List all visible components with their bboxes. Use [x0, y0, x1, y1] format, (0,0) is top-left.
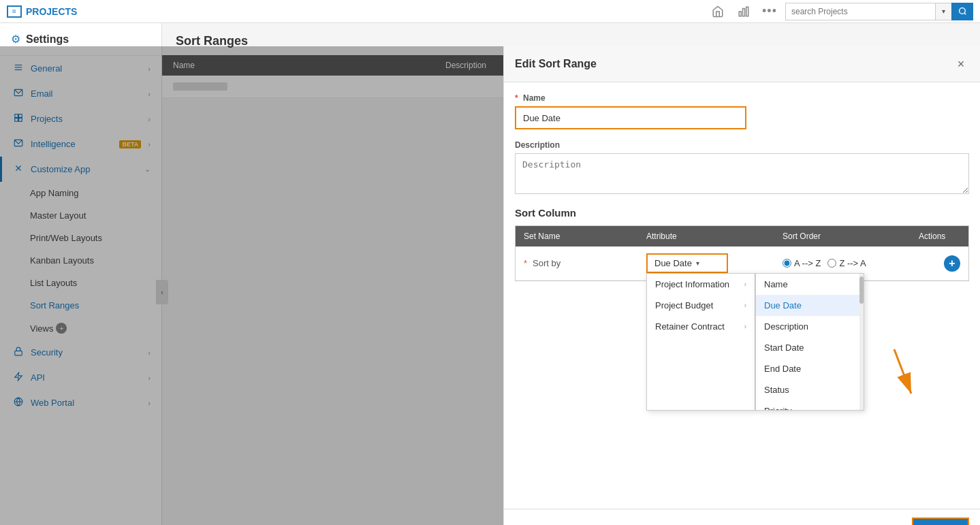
svg-rect-2	[746, 7, 748, 16]
search-dropdown-button[interactable]: ▾	[935, 3, 951, 20]
modal-close-button[interactable]: ×	[953, 56, 969, 72]
search-container: ▾	[785, 3, 973, 20]
radio-z-a-input[interactable]	[827, 259, 836, 268]
dropdown-level2: Name Due Date Description	[755, 273, 864, 411]
home-button[interactable]	[708, 3, 728, 20]
radio-z-a-label[interactable]: Z --> A	[827, 258, 866, 268]
svg-rect-0	[739, 12, 741, 16]
description-form-group: Description	[515, 140, 969, 196]
sort-by-cell: * Sort by	[524, 258, 646, 268]
top-nav: ≡ PROJECTS ••• ▾	[0, 0, 980, 23]
name-required-star: *	[515, 93, 518, 103]
add-sort-button[interactable]: +	[944, 255, 960, 272]
chart-button[interactable]	[733, 3, 754, 20]
project-budget-label: Project Budget	[655, 300, 713, 311]
name-label: * Name	[515, 93, 969, 103]
name-input[interactable]	[515, 106, 746, 129]
radio-a-z-input[interactable]	[783, 259, 791, 268]
dropdown-item-status[interactable]: Status	[756, 379, 864, 400]
attribute-dropdown-button[interactable]: Due Date ▾	[646, 253, 728, 273]
z-a-label: Z --> A	[839, 258, 866, 268]
project-budget-chevron: ›	[744, 302, 746, 309]
arrow-annotation	[874, 343, 928, 411]
search-button[interactable]	[951, 3, 973, 20]
dropdown-item-start-date[interactable]: Start Date	[756, 337, 864, 358]
project-info-chevron: ›	[744, 281, 746, 288]
svg-rect-1	[743, 8, 745, 16]
description-option-label: Description	[764, 321, 808, 332]
name-form-group: * Name	[515, 93, 969, 129]
attribute-dropdown-arrow: ▾	[696, 259, 699, 267]
dropdown-item-due-date[interactable]: Due Date	[756, 295, 864, 316]
dropdown-item-priority[interactable]: Priority	[756, 400, 864, 410]
sort-col-h2: Attribute	[646, 232, 783, 241]
settings-icon: ⚙	[11, 33, 20, 46]
svg-line-4	[964, 13, 966, 14]
retainer-contract-chevron: ›	[744, 323, 746, 330]
scrollbar-thumb	[859, 276, 864, 304]
sidebar-title: Settings	[26, 33, 69, 46]
modal-body: * Name Description Sort Column Set Name	[504, 82, 980, 509]
sort-col-row: * Sort by Due Date ▾	[516, 246, 968, 281]
end-date-option-label: End Date	[764, 364, 801, 374]
description-label: Description	[515, 140, 969, 150]
a-z-label: A --> Z	[794, 258, 821, 268]
description-input[interactable]	[515, 153, 969, 194]
sort-column-section-title: Sort Column	[515, 207, 969, 219]
dropdown-item-project-info[interactable]: Project Information ›	[647, 274, 755, 295]
sort-required-star: *	[524, 258, 527, 268]
sort-col-h3: Sort Order	[783, 232, 919, 241]
sort-by-label: Sort by	[533, 258, 560, 268]
app-logo[interactable]: ≡ PROJECTS	[7, 5, 77, 18]
logo-icon: ≡	[7, 5, 22, 18]
attribute-dropdown-menu: Project Information › Project Budget › R…	[646, 273, 864, 411]
priority-option-label: Priority	[764, 406, 791, 410]
dropdown-level2-scroll: Name Due Date Description	[756, 274, 864, 410]
status-option-label: Status	[764, 385, 789, 395]
svg-line-21	[894, 349, 911, 394]
project-info-label: Project Information	[655, 279, 729, 289]
modal-header: Edit Sort Range ×	[504, 46, 980, 82]
sort-col-header: Set Name Attribute Sort Order Actions	[516, 226, 968, 246]
attribute-value: Due Date	[654, 258, 692, 268]
create-button[interactable]: Create	[912, 518, 969, 525]
name-option-label: Name	[764, 279, 788, 289]
modal-footer: Cancel Create	[504, 509, 980, 525]
dropdown-item-end-date[interactable]: End Date	[756, 358, 864, 379]
dropdown-item-description[interactable]: Description	[756, 316, 864, 337]
due-date-option-label: Due Date	[764, 300, 802, 311]
dropdown-item-name[interactable]: Name	[756, 274, 864, 295]
modal-title: Edit Sort Range	[515, 58, 597, 70]
more-button[interactable]: •••	[759, 3, 780, 20]
radio-a-z-label[interactable]: A --> Z	[783, 258, 821, 268]
dropdown-level1: Project Information › Project Budget › R…	[646, 273, 755, 411]
sort-order-cell: A --> Z Z --> A	[783, 258, 919, 268]
modal-overlay: Edit Sort Range × * Name Description	[0, 46, 980, 525]
sort-col-h4: Actions	[919, 232, 960, 241]
dropdown-item-project-budget[interactable]: Project Budget ›	[647, 295, 755, 316]
app-title: PROJECTS	[26, 6, 77, 17]
attribute-cell: Due Date ▾ Project Information ›	[646, 253, 783, 273]
sort-column-table: Set Name Attribute Sort Order Actions * …	[515, 225, 969, 281]
edit-sort-range-modal: Edit Sort Range × * Name Description	[503, 46, 980, 525]
sort-col-h1: Set Name	[524, 232, 646, 241]
retainer-contract-label: Retainer Contract	[655, 321, 725, 332]
start-date-option-label: Start Date	[764, 343, 804, 353]
scrollbar-track	[859, 274, 864, 410]
dropdown-item-retainer-contract[interactable]: Retainer Contract ›	[647, 316, 755, 337]
actions-cell: +	[919, 255, 960, 272]
svg-point-3	[959, 8, 965, 14]
search-input[interactable]	[785, 3, 935, 20]
